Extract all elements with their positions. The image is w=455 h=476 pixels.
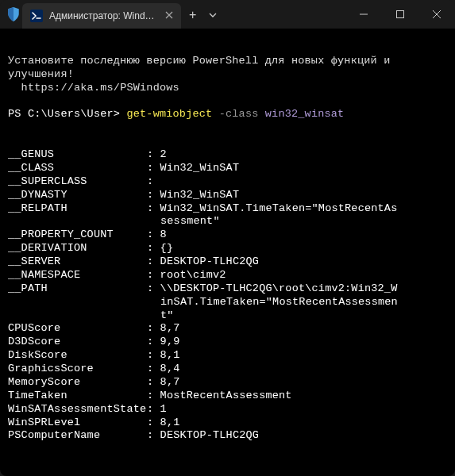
command-flag: -class	[219, 108, 259, 120]
prompt-1: PS C:\Users\User>	[8, 108, 126, 120]
property-name: WinSATAssessmentState	[8, 403, 147, 416]
property-value: 1	[160, 403, 167, 416]
property-name: __DYNASTY	[8, 189, 147, 202]
property-value: 8,1	[160, 349, 180, 363]
property-row: MemoryScore: 8,7	[8, 376, 447, 390]
property-value-continuation: inSAT.TimeTaken="MostRecentAssessmen	[8, 296, 447, 309]
property-value: {}	[160, 242, 174, 255]
shield-icon	[6, 7, 21, 21]
property-value: 8,1	[160, 416, 180, 430]
terminal-content[interactable]: Установите последнюю версию PowerShell д…	[0, 29, 455, 476]
property-name: DiskScore	[8, 349, 147, 363]
property-name: __RELPATH	[8, 202, 147, 216]
property-row: D3DScore: 9,9	[8, 336, 447, 349]
property-name: __PATH	[8, 282, 147, 296]
property-row: __SUPERCLASS:	[8, 175, 447, 189]
property-value: \\DESKTOP-TLHC2QG\root\cimv2:Win32_W	[160, 282, 398, 296]
titlebar: Администратор: Windows Pc +	[0, 0, 455, 29]
tab-dropdown-button[interactable]	[204, 11, 222, 21]
property-row: __SERVER: DESKTOP-TLHC2QG	[8, 255, 447, 269]
output-properties: __GENUS: 2__CLASS: Win32_WinSAT__SUPERCL…	[8, 148, 447, 443]
property-row: __DYNASTY: Win32_WinSAT	[8, 189, 447, 202]
property-value: root\cimv2	[160, 269, 226, 282]
maximize-button[interactable]	[382, 0, 418, 29]
titlebar-left: Администратор: Windows Pc +	[6, 0, 222, 29]
property-name: __SERVER	[8, 255, 147, 269]
close-button[interactable]	[418, 0, 455, 29]
property-value: 8,7	[160, 376, 180, 390]
property-name: __GENUS	[8, 148, 147, 162]
property-value: 8,7	[160, 322, 180, 336]
property-name: CPUScore	[8, 322, 147, 336]
property-name: GraphicsScore	[8, 363, 147, 376]
property-value: 2	[160, 148, 167, 162]
property-value: DESKTOP-TLHC2QG	[160, 255, 260, 269]
property-value: MostRecentAssessment	[160, 390, 292, 403]
property-row: __GENUS: 2	[8, 148, 447, 162]
property-row: __PATH: \\DESKTOP-TLHC2QG\root\cimv2:Win…	[8, 282, 447, 296]
powershell-icon	[30, 10, 43, 22]
docs-link: https://aka.ms/PSWindows	[21, 82, 179, 94]
property-name: __SUPERCLASS	[8, 175, 147, 189]
property-row: WinSPRLevel: 8,1	[8, 416, 447, 430]
property-row: __PROPERTY_COUNT: 8	[8, 228, 447, 242]
property-row: __DERIVATION: {}	[8, 242, 447, 255]
property-row: CPUScore: 8,7	[8, 322, 447, 336]
property-row: DiskScore: 8,1	[8, 349, 447, 363]
property-name: __NAMESPACE	[8, 269, 147, 282]
property-row: __CLASS: Win32_WinSAT	[8, 162, 447, 175]
tab-close-button[interactable]	[164, 10, 175, 22]
property-row: WinSATAssessmentState: 1	[8, 403, 447, 416]
minimize-button[interactable]	[345, 0, 382, 29]
property-name: __CLASS	[8, 162, 147, 175]
property-value: Win32_WinSAT	[160, 189, 240, 202]
property-row: __NAMESPACE: root\cimv2	[8, 269, 447, 282]
command-cmdlet: get-wmiobject	[126, 108, 212, 120]
property-row: GraphicsScore: 8,4	[8, 363, 447, 376]
property-value-continuation: sessment"	[8, 215, 447, 228]
property-name: MemoryScore	[8, 376, 147, 390]
property-value: 8	[160, 228, 167, 242]
property-name: __DERIVATION	[8, 242, 147, 255]
property-value: Win32_WinSAT.TimeTaken="MostRecentAs	[160, 202, 398, 216]
property-row: PSComputerName: DESKTOP-TLHC2QG	[8, 429, 447, 443]
property-name: TimeTaken	[8, 390, 147, 403]
property-name: __PROPERTY_COUNT	[8, 228, 147, 242]
window-controls	[345, 0, 455, 29]
svg-rect-1	[397, 11, 404, 18]
property-value: 8,4	[160, 363, 180, 376]
property-value: DESKTOP-TLHC2QG	[160, 429, 260, 443]
install-message: Установите последнюю версию PowerShell д…	[8, 55, 397, 80]
property-value-continuation: t"	[8, 309, 447, 323]
property-name: D3DScore	[8, 336, 147, 349]
property-row: __RELPATH: Win32_WinSAT.TimeTaken="MostR…	[8, 202, 447, 216]
property-name: PSComputerName	[8, 429, 147, 443]
property-value: 9,9	[160, 336, 180, 349]
command-arg: win32_winsat	[265, 108, 345, 120]
property-value: Win32_WinSAT	[160, 162, 240, 175]
new-tab-button[interactable]: +	[181, 8, 204, 22]
property-name: WinSPRLevel	[8, 416, 147, 430]
active-tab[interactable]: Администратор: Windows Pc	[22, 3, 181, 29]
tab-title: Администратор: Windows Pc	[49, 10, 157, 21]
property-row: TimeTaken: MostRecentAssessment	[8, 390, 447, 403]
